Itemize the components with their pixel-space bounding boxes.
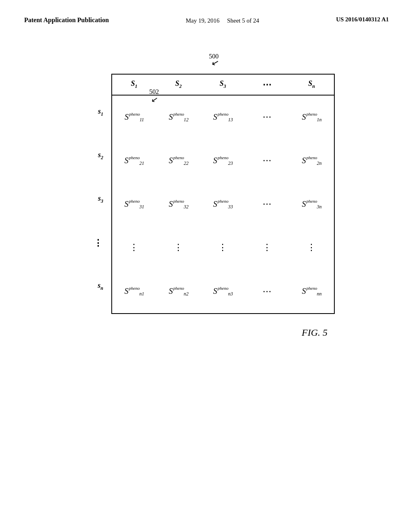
cell-n3: Sphenon3 [201,270,245,313]
cell-2n: Spheno2n [290,139,334,182]
row-label-2: s2 [94,134,103,178]
row-label-3: s3 [94,178,103,221]
row-label-n: sn [94,265,103,308]
column-headers: S1 S2 S3 ⋯ Sn [112,75,334,96]
table-row-n: Sphenon1 Sphenon2 Sphenon3 [112,270,334,313]
cell-3-dots: ⋯ [245,183,290,226]
cell-n1: Sphenon1 [112,270,156,313]
table-row-1: Spheno11 Spheno12 Spheno13 [112,96,334,139]
cell-3n: Spheno3n [290,183,334,226]
cell-21: Spheno21 [112,139,156,182]
cell-1n: Spheno1n [290,96,334,139]
publication-title: Patent Application Publication [24,16,109,25]
cell-dots-1: ⋮ [112,226,156,269]
row-label-dots: ⋮ [94,221,103,265]
label-500: 500 ↙ [209,53,219,67]
cell-31: Spheno31 [112,183,156,226]
matrix: S1 S2 S3 ⋯ Sn [111,74,335,314]
col-header-dots: ⋯ [245,75,290,95]
patent-number: US 2016/0140312 A1 [336,16,389,23]
cell-2-dots: ⋯ [245,139,290,182]
cell-1-dots: ⋯ [245,96,290,139]
col-header-2: S2 [156,75,201,95]
diagram-wrapper: 500 ↙ 502 ↙ s1 s2 s3 ⋮ [69,50,344,314]
cell-23: Spheno23 [201,139,245,182]
page-header: Patent Application Publication May 19, 2… [0,0,413,33]
cell-13: Spheno13 [201,96,245,139]
row-labels: s1 s2 s3 ⋮ sn [94,91,103,308]
matrix-table: s1 s2 s3 ⋮ sn S1 [94,74,344,314]
arrow-502: ↙ [150,95,159,104]
cell-12: Spheno12 [156,96,201,139]
cell-dots-2: ⋮ [156,226,201,269]
cell-22: Spheno22 [156,139,201,182]
cell-32: Spheno32 [156,183,201,226]
table-row-2: Spheno21 Spheno22 Spheno23 [112,139,334,183]
col-header-n: Sn [290,75,334,95]
cell-n-dots: ⋯ [245,270,290,313]
table-row-dots: ⋮ ⋮ ⋮ ⋮ ⋮ [112,226,334,270]
publication-info: May 19, 2016 Sheet 5 of 24 [186,16,259,25]
col-header-3: S3 [201,75,245,95]
data-rows: Spheno11 Spheno12 Spheno13 [112,96,334,313]
publication-date: May 19, 2016 [186,17,219,24]
cell-dots-3: ⋮ [201,226,245,269]
label-502: 502 ↙ [149,88,159,104]
diagram-area: 500 ↙ 502 ↙ s1 s2 s3 ⋮ [0,33,413,338]
cell-nn: Sphenonn [290,270,334,313]
cell-dots-n: ⋮ [290,226,334,269]
cell-n2: Sphenon2 [156,270,201,313]
table-row-3: Spheno31 Spheno32 Spheno33 [112,183,334,226]
row-label-1: s1 [94,91,103,134]
sheet-info: Sheet 5 of 24 [227,17,259,24]
cell-33: Spheno33 [201,183,245,226]
fig-caption: FIG. 5 [302,327,327,338]
cell-dots-mid: ⋮ [245,226,290,269]
